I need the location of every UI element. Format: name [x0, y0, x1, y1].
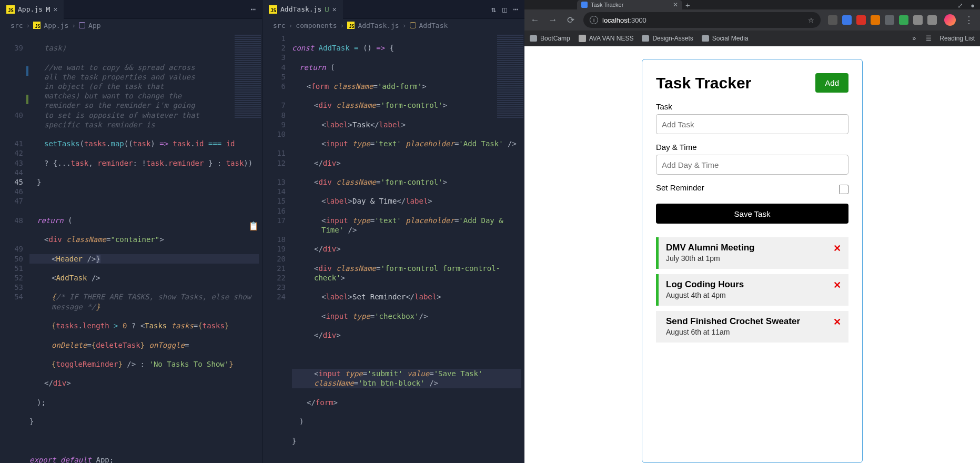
folder-icon	[642, 35, 649, 42]
bookmark[interactable]: AVA VAN NESS	[579, 35, 634, 42]
task-title: Send Finished Crochet Sweater	[666, 316, 841, 327]
expand-icon[interactable]: ⤢	[957, 2, 963, 9]
delete-icon[interactable]: ✕	[833, 243, 841, 254]
folder-icon	[702, 35, 709, 42]
bookmarks-bar: BootCamp AVA VAN NESS Design-Assets Soci…	[524, 31, 980, 46]
minimap[interactable]	[497, 34, 523, 118]
crumb[interactable]: components	[296, 22, 337, 29]
bookmark[interactable]: Social Media	[702, 35, 749, 42]
code-area[interactable]: const AddTask = () => { return ( <form c…	[292, 32, 524, 463]
ext-icon[interactable]	[856, 15, 866, 25]
list-icon[interactable]	[927, 15, 937, 25]
code-editor[interactable]: 123456 78910 1112 1314151617 18192021222…	[262, 32, 524, 463]
url-port: :3000	[629, 16, 646, 24]
bookmark[interactable]: Design-Assets	[642, 35, 693, 42]
ext-icon[interactable]	[899, 15, 908, 25]
crumb[interactable]: App	[88, 22, 100, 29]
browser-tab[interactable]: Task Tracker ✕	[577, 0, 682, 9]
line-gutter: 123456 78910 1112 1314151617 18192021222…	[262, 32, 292, 463]
ext-icon[interactable]	[842, 15, 852, 25]
crumb[interactable]: AddTask	[419, 22, 448, 29]
folder-icon	[530, 35, 537, 42]
profile-avatar[interactable]	[944, 14, 956, 26]
close-icon[interactable]: ✕	[673, 1, 678, 8]
crumb[interactable]: AddTask.js	[358, 22, 399, 29]
task-item[interactable]: Log Coding HoursAugust 4th at 4pm✕	[656, 274, 848, 306]
save-button[interactable]: Save Task	[656, 204, 848, 224]
tab-filename: AddTask.js	[280, 5, 321, 13]
line-gutter: 39 40 41424344454647 48 495051525354	[0, 32, 29, 463]
crumb[interactable]: src	[273, 22, 285, 29]
menu-icon[interactable]: ⋮	[963, 14, 975, 26]
back-button[interactable]: ←	[530, 15, 540, 25]
bookmark-icon	[579, 35, 586, 42]
reading-list[interactable]: » ☰ Reading List	[913, 35, 975, 42]
tab-app-js[interactable]: JS App.js M ✕	[0, 0, 64, 19]
breadcrumb[interactable]: src› JS App.js› App	[0, 19, 262, 32]
vscode-window: JS App.js M ✕ ⋯ src› JS App.js› App	[0, 0, 524, 463]
tab-dirty-indicator: M	[46, 5, 50, 14]
day-input[interactable]	[656, 155, 848, 175]
delete-icon[interactable]: ✕	[833, 279, 841, 291]
git-compare-icon[interactable]: ⇅	[488, 5, 499, 14]
tab-addtask-js[interactable]: JS AddTask.js U ✕	[262, 0, 343, 19]
close-icon[interactable]: ✕	[53, 5, 57, 13]
url-host: localhost	[602, 16, 629, 24]
task-time: August 4th at 4pm	[666, 291, 841, 299]
puzzle-icon[interactable]	[913, 15, 923, 25]
symbol-icon	[410, 22, 416, 28]
js-icon: JS	[269, 5, 277, 14]
tab-title: Task Tracker	[591, 2, 623, 8]
task-title: Log Coding Hours	[666, 279, 841, 290]
task-input[interactable]	[656, 114, 848, 134]
ext-icon[interactable]	[871, 15, 880, 25]
site-info-icon[interactable]: i	[590, 16, 598, 24]
ext-icon[interactable]	[828, 15, 837, 25]
tab-bar: JS App.js M ✕ ⋯	[0, 0, 262, 19]
task-title: DMV Alumni Meeting	[666, 243, 841, 253]
add-button[interactable]: Add	[815, 73, 848, 93]
app-container: Task Tracker Add Task Day & Time Set Rem…	[642, 59, 863, 463]
browser-window: Task Tracker ✕ + ⤢ ● ← → ⟳ i localhost:3…	[524, 0, 980, 463]
tab-filename: App.js	[18, 5, 43, 13]
task-item[interactable]: DMV Alumni MeetingJuly 30th at 1pm✕	[656, 237, 848, 269]
task-time: July 30th at 1pm	[666, 254, 841, 263]
task-label: Task	[656, 102, 848, 111]
task-item[interactable]: Send Finished Crochet SweaterAugust 6th …	[656, 311, 848, 343]
delete-icon[interactable]: ✕	[833, 316, 841, 328]
ext-icon[interactable]	[885, 15, 894, 25]
paste-icon[interactable]: 📋	[248, 221, 259, 231]
new-tab-button[interactable]: +	[682, 1, 693, 9]
crumb[interactable]: src	[11, 22, 23, 29]
reminder-label: Set Reminder	[656, 183, 704, 192]
star-icon[interactable]: ☆	[808, 16, 814, 24]
symbol-icon	[79, 22, 85, 28]
editor-pane-right: JS AddTask.js U ✕ ⇅ ◫ ⋯ src› components›…	[262, 0, 524, 463]
bookmark[interactable]: BootCamp	[530, 35, 570, 42]
code-editor[interactable]: 39 40 41424344454647 48 495051525354 tas…	[0, 32, 262, 463]
reload-button[interactable]: ⟳	[565, 15, 576, 26]
day-label: Day & Time	[656, 143, 848, 152]
code-area[interactable]: task) //we want to copy && spread across…	[29, 32, 262, 463]
minimap[interactable]	[235, 34, 261, 118]
split-editor-icon[interactable]: ◫	[499, 5, 510, 14]
address-bar[interactable]: i localhost:3000 ☆	[583, 12, 821, 28]
page-title: Task Tracker	[656, 74, 751, 92]
js-icon: JS	[347, 22, 355, 29]
task-list: DMV Alumni MeetingJuly 30th at 1pm✕Log C…	[656, 237, 848, 343]
extensions	[828, 15, 937, 25]
forward-button[interactable]: →	[548, 15, 558, 25]
js-icon: JS	[33, 22, 41, 29]
favicon-icon	[581, 2, 588, 8]
window-close-icon[interactable]: ●	[971, 2, 975, 9]
browser-toolbar: ← → ⟳ i localhost:3000 ☆ ⋮	[524, 9, 980, 31]
more-icon[interactable]: ⋯	[247, 4, 259, 14]
close-icon[interactable]: ✕	[332, 5, 337, 13]
page-content: Task Tracker Add Task Day & Time Set Rem…	[524, 46, 980, 463]
editor-pane-left: JS App.js M ✕ ⋯ src› JS App.js› App	[0, 0, 262, 463]
crumb[interactable]: App.js	[44, 22, 68, 29]
breadcrumb[interactable]: src› components› JS AddTask.js› AddTask	[262, 19, 524, 32]
more-icon[interactable]: ⋯	[510, 4, 521, 14]
js-icon: JS	[6, 5, 15, 14]
reminder-checkbox[interactable]	[839, 185, 848, 194]
